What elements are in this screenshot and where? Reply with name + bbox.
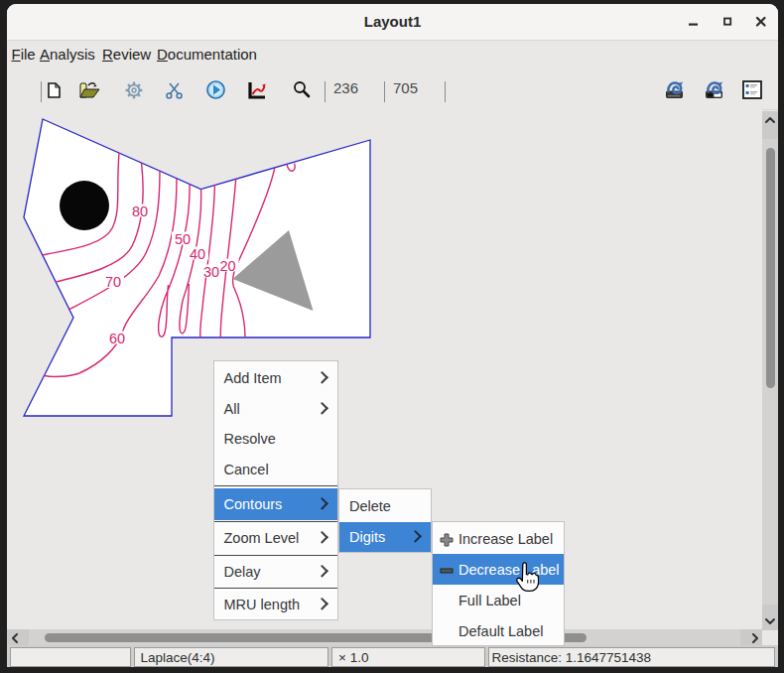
svg-text:60: 60 [109, 331, 125, 346]
svg-text:30: 30 [203, 264, 219, 280]
svg-text:40: 40 [190, 246, 205, 262]
svg-text:70: 70 [105, 274, 121, 290]
svg-text:80: 80 [132, 203, 148, 219]
svg-text:50: 50 [175, 231, 191, 247]
svg-text:20: 20 [219, 258, 235, 274]
